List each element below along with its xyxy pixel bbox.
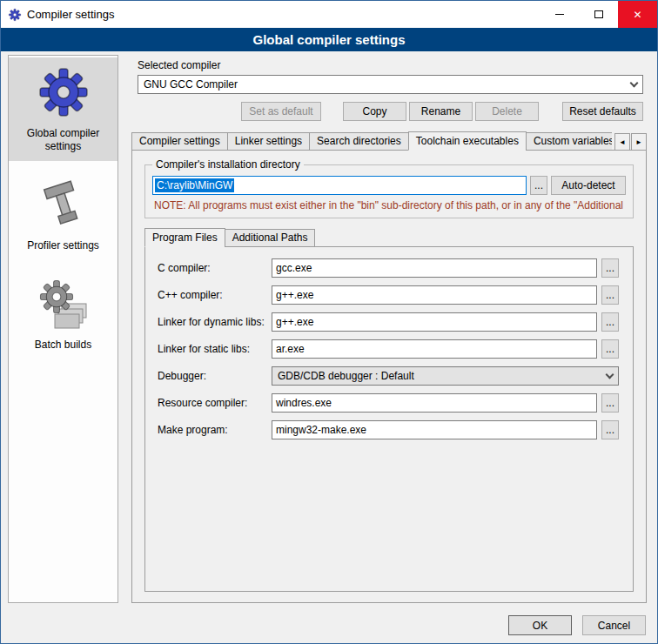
installation-directory-group-label: Compiler's installation directory [152, 158, 304, 171]
form-row-cpp-compiler: C++ compiler: g++.exe ... [158, 285, 619, 305]
form-row-resource-compiler: Resource compiler: windres.exe ... [158, 393, 619, 413]
window-title: Compiler settings [27, 8, 540, 21]
program-files-tab-strip: Program Files Additional Paths [144, 229, 639, 247]
installation-directory-input[interactable]: C:\raylib\MinGW [152, 176, 527, 195]
sidebar-item-global-compiler-settings[interactable]: Global compiler settings [9, 57, 118, 161]
cpp-compiler-input[interactable]: g++.exe [272, 285, 597, 305]
settings-tab-strip: Compiler settings Linker settings Search… [131, 131, 647, 151]
bin-subdirectory-note: NOTE: All programs must exist either in … [154, 199, 626, 211]
program-files-panel: C compiler: gcc.exe ... C++ compiler: g+… [144, 246, 634, 592]
resource-compiler-browse-button[interactable]: ... [601, 393, 619, 413]
c-compiler-input[interactable]: gcc.exe [272, 258, 597, 278]
dialog-footer: OK Cancel [508, 615, 646, 635]
sidebar-item-label: Global compiler settings [10, 127, 116, 153]
left-arrow-icon: ◄ [619, 138, 626, 146]
tab-program-files[interactable]: Program Files [144, 228, 225, 247]
tab-custom-variables[interactable]: Custom variables [526, 132, 612, 151]
titlebar: Compiler settings ✕ [1, 1, 657, 28]
debugger-value: GDB/CDB debugger : Default [278, 370, 607, 382]
debugger-dropdown[interactable]: GDB/CDB debugger : Default [272, 366, 619, 386]
linker-static-label: Linker for static libs: [158, 343, 267, 355]
installation-directory-browse-button[interactable]: ... [530, 176, 547, 195]
tab-additional-paths[interactable]: Additional Paths [225, 229, 316, 247]
app-gear-icon [8, 8, 22, 22]
form-row-linker-static: Linker for static libs: ar.exe ... [158, 339, 619, 359]
linker-static-input[interactable]: ar.exe [272, 339, 597, 359]
ok-button[interactable]: OK [508, 615, 572, 635]
page-title: Global compiler settings [1, 28, 657, 51]
cpp-compiler-browse-button[interactable]: ... [601, 285, 619, 305]
minimize-icon [555, 14, 564, 15]
installation-directory-selected-text: C:\raylib\MinGW [155, 178, 234, 192]
installation-directory-row: C:\raylib\MinGW ... Auto-detect [152, 176, 626, 195]
linker-dynamic-input[interactable]: g++.exe [272, 312, 597, 332]
resource-compiler-label: Resource compiler: [158, 397, 267, 409]
auto-detect-button[interactable]: Auto-detect [551, 176, 626, 195]
selected-compiler-label: Selected compiler [138, 59, 650, 71]
debugger-label: Debugger: [158, 370, 267, 382]
tab-scroll-right-button[interactable]: ► [631, 133, 647, 151]
make-program-browse-button[interactable]: ... [601, 420, 619, 439]
chevron-down-icon [606, 370, 614, 379]
resource-compiler-input[interactable]: windres.exe [272, 393, 597, 413]
minimize-button[interactable] [540, 1, 579, 28]
linker-dynamic-label: Linker for dynamic libs: [158, 316, 267, 328]
compiler-action-buttons: Set as default Copy Rename Delete Reset … [138, 102, 643, 121]
close-icon: ✕ [633, 9, 641, 21]
profiler-tool-icon [36, 177, 91, 232]
settings-category-list: Global compiler settings Profiler settin… [8, 55, 118, 603]
tab-scroll-left-button[interactable]: ◄ [614, 133, 630, 151]
reset-defaults-button[interactable]: Reset defaults [562, 102, 643, 121]
make-program-label: Make program: [158, 424, 267, 436]
compiler-settings-dialog: Compiler settings ✕ Global compiler sett… [0, 0, 658, 644]
linker-dynamic-browse-button[interactable]: ... [601, 312, 619, 332]
dialog-content: Global compiler settings Profiler settin… [1, 51, 657, 643]
delete-button[interactable]: Delete [475, 102, 539, 121]
tab-compiler-settings[interactable]: Compiler settings [131, 132, 228, 151]
selected-compiler-value: GNU GCC Compiler [144, 78, 631, 91]
selected-compiler-dropdown[interactable]: GNU GCC Compiler [138, 75, 643, 94]
installation-directory-group: Compiler's installation directory C:\ray… [144, 164, 634, 218]
chevron-down-icon [630, 78, 639, 87]
tab-linker-settings[interactable]: Linker settings [227, 132, 310, 151]
make-program-input[interactable]: mingw32-make.exe [272, 420, 597, 439]
sidebar-item-label: Batch builds [10, 339, 116, 352]
c-compiler-browse-button[interactable]: ... [601, 258, 619, 278]
linker-static-browse-button[interactable]: ... [601, 339, 619, 359]
form-row-debugger: Debugger: GDB/CDB debugger : Default [158, 366, 619, 386]
copy-button[interactable]: Copy [343, 102, 406, 121]
sidebar-item-label: Profiler settings [10, 239, 116, 252]
toolchain-executables-panel: Compiler's installation directory C:\ray… [131, 150, 647, 603]
form-row-make-program: Make program: mingw32-make.exe ... [158, 420, 619, 439]
form-row-c-compiler: C compiler: gcc.exe ... [158, 258, 619, 278]
tabs-viewport: Compiler settings Linker settings Search… [131, 131, 612, 151]
c-compiler-label: C compiler: [158, 262, 267, 274]
batch-builds-icon [36, 276, 91, 332]
blue-gear-icon [36, 64, 91, 120]
sidebar-item-batch-builds[interactable]: Batch builds [9, 269, 118, 359]
sidebar-item-profiler-settings[interactable]: Profiler settings [9, 170, 118, 260]
tab-toolchain-executables[interactable]: Toolchain executables [408, 131, 527, 151]
rename-button[interactable]: Rename [409, 102, 473, 121]
close-button[interactable]: ✕ [618, 1, 657, 28]
cancel-button[interactable]: Cancel [582, 615, 646, 635]
maximize-button[interactable] [579, 1, 618, 28]
tab-search-directories[interactable]: Search directories [309, 132, 409, 151]
main-settings-area: Selected compiler GNU GCC Compiler Set a… [127, 55, 650, 603]
maximize-icon [594, 10, 603, 18]
set-as-default-button[interactable]: Set as default [241, 102, 321, 121]
right-arrow-icon: ► [635, 138, 642, 146]
tab-scroll-buttons: ◄ ► [614, 133, 647, 151]
form-row-linker-dynamic: Linker for dynamic libs: g++.exe ... [158, 312, 619, 332]
cpp-compiler-label: C++ compiler: [158, 289, 267, 301]
